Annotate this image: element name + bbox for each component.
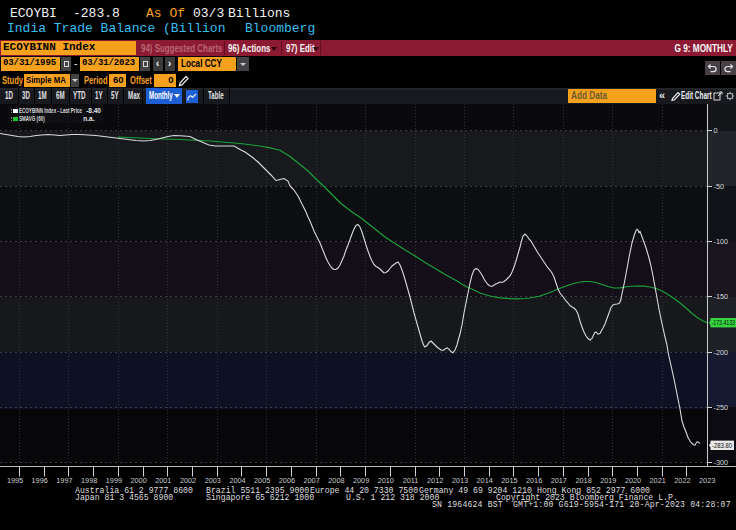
svg-text:-150: -150 [714,292,729,301]
svg-text:-200: -200 [714,348,729,357]
svg-text:-283.80: -283.80 [712,442,732,449]
svg-text:-300: -300 [714,458,729,467]
svg-text:-250: -250 [714,403,729,412]
svg-text:-50: -50 [714,182,725,191]
svg-text:0: 0 [714,126,718,135]
svg-text:-100: -100 [714,237,729,246]
svg-text:-173.4133: -173.4133 [712,319,736,326]
